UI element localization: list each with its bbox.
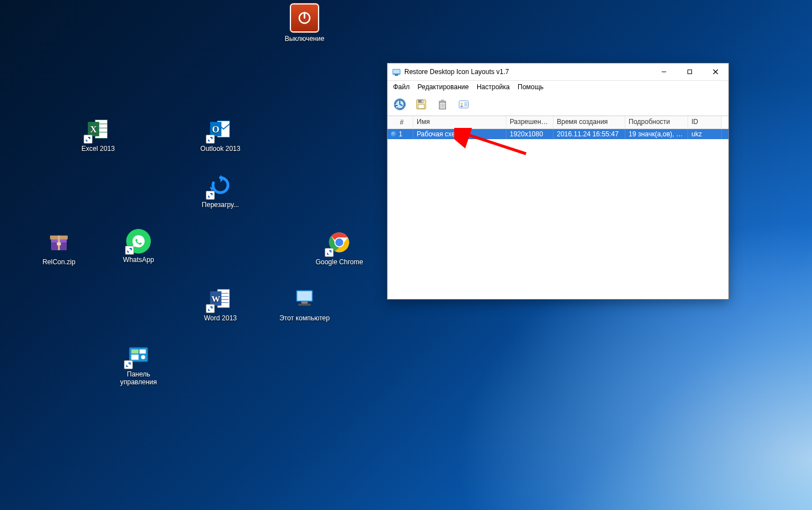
whatsapp-icon [126, 229, 151, 254]
shortcut-overlay-icon [84, 135, 93, 144]
toolbar [387, 93, 728, 116]
menu-settings[interactable]: Настройка [477, 83, 510, 91]
desktop-icon-label: RelCon.zip [34, 258, 84, 266]
toolbar-save-button[interactable] [412, 95, 430, 113]
desktop-icon-control-panel[interactable]: Панель управления [113, 341, 164, 386]
cell-details: 19 значк(а,ов), help [625, 128, 688, 140]
app-window-restore-desktop-icon-layouts: Restore Desktop Icon Layouts v1.7 Файл Р… [387, 63, 729, 300]
desktop-icon-restart[interactable]: Перезагру... [195, 172, 246, 209]
svg-rect-33 [131, 355, 139, 360]
desktop-icon-label: Google Chrome [314, 258, 365, 266]
cell-created: 2016.11.24 16:55:47 [553, 128, 625, 140]
app-icon [392, 67, 401, 76]
svg-point-54 [460, 103, 463, 105]
layouts-listview[interactable]: # Имя Разрешение ... Время создания Подр… [387, 116, 728, 302]
desktop-icon-excel[interactable]: X Excel 2013 [73, 116, 123, 153]
cell-index: 1 [387, 128, 413, 140]
desktop-icon-label: Перезагру... [195, 201, 246, 209]
chrome-icon [326, 229, 353, 256]
svg-rect-29 [298, 304, 311, 306]
svg-rect-39 [688, 70, 692, 74]
svg-text:W: W [211, 294, 220, 304]
shortcut-overlay-icon [325, 248, 334, 257]
desktop-icon-this-pc[interactable]: Этот компьютер [279, 285, 330, 322]
svg-rect-28 [302, 302, 308, 304]
svg-point-34 [141, 355, 145, 359]
menu-bar: Файл Редактирование Настройка Помощь [387, 81, 728, 93]
column-header-created[interactable]: Время создания [553, 116, 625, 128]
outlook-icon: O [207, 116, 234, 143]
cell-resolution: 1920x1080 [506, 128, 553, 140]
shortcut-overlay-icon [125, 246, 134, 255]
window-minimize-button[interactable] [651, 63, 677, 80]
svg-text:X: X [90, 124, 97, 135]
computer-icon [291, 285, 318, 312]
desktop-icon-relcon-zip[interactable]: RelCon.zip [34, 229, 84, 266]
window-title: Restore Desktop Icon Layouts v1.7 [404, 68, 509, 76]
excel-icon: X [85, 116, 112, 143]
shortcut-overlay-icon [206, 135, 215, 144]
menu-file[interactable]: Файл [393, 83, 410, 91]
shortcut-overlay-icon [124, 360, 133, 369]
desktop-icon-label: Панель управления [113, 370, 164, 386]
svg-rect-46 [422, 100, 423, 103]
svg-rect-27 [297, 291, 312, 301]
cell-name: Рабочая схема [413, 128, 506, 140]
listview-row[interactable]: 1 Рабочая схема 1920x1080 2016.11.24 16:… [387, 129, 728, 139]
column-header-id[interactable]: ID [688, 116, 722, 128]
control-panel-icon [125, 341, 152, 368]
toolbar-delete-button[interactable] [433, 95, 451, 113]
desktop-icon-chrome[interactable]: Google Chrome [314, 229, 365, 266]
svg-rect-32 [140, 350, 146, 353]
row-status-dot-icon [391, 131, 396, 137]
desktop-icon-label: Excel 2013 [73, 145, 123, 153]
toolbar-about-button[interactable] [455, 95, 473, 113]
desktop-icon-label: WhatsApp [113, 256, 164, 264]
winrar-archive-icon [45, 229, 72, 256]
window-titlebar[interactable]: Restore Desktop Icon Layouts v1.7 [387, 63, 728, 81]
desktop-wallpaper: Выключение X Excel 2013 O Outlook 2013 [0, 0, 812, 510]
shortcut-overlay-icon [206, 191, 215, 200]
column-header-resolution[interactable]: Разрешение ... [506, 116, 553, 128]
svg-text:O: O [212, 124, 219, 135]
desktop-icon-label: Word 2013 [195, 314, 246, 322]
svg-rect-15 [57, 242, 61, 245]
svg-rect-36 [393, 70, 400, 73]
shortcut-overlay-icon [206, 304, 215, 313]
svg-rect-31 [131, 350, 139, 353]
menu-edit[interactable]: Редактирование [418, 83, 469, 91]
menu-help[interactable]: Помощь [518, 83, 543, 91]
column-header-details[interactable]: Подробности [625, 116, 688, 128]
desktop-icon-whatsapp[interactable]: WhatsApp [113, 229, 164, 264]
restart-icon [207, 172, 234, 199]
desktop-icon-label: Этот компьютер [279, 314, 330, 322]
desktop-icon-label: Выключение [279, 35, 330, 43]
svg-rect-51 [439, 101, 446, 103]
window-maximize-button[interactable] [677, 63, 703, 80]
desktop-icon-shutdown[interactable]: Выключение [279, 3, 330, 43]
svg-rect-45 [418, 104, 425, 108]
desktop-icon-word[interactable]: W Word 2013 [195, 285, 246, 322]
column-header-index[interactable]: # [387, 116, 413, 128]
listview-header[interactable]: # Имя Разрешение ... Время создания Подр… [387, 116, 728, 129]
word-icon: W [207, 285, 234, 312]
svg-rect-37 [395, 75, 398, 76]
cell-id: ukz [688, 128, 722, 140]
svg-rect-52 [441, 100, 444, 101]
toolbar-restore-button[interactable] [391, 95, 409, 113]
desktop-icon-label: Outlook 2013 [195, 145, 246, 153]
desktop-icon-outlook[interactable]: O Outlook 2013 [195, 116, 246, 153]
column-header-name[interactable]: Имя [413, 116, 506, 128]
power-icon [290, 3, 319, 33]
window-close-button[interactable] [703, 63, 728, 80]
